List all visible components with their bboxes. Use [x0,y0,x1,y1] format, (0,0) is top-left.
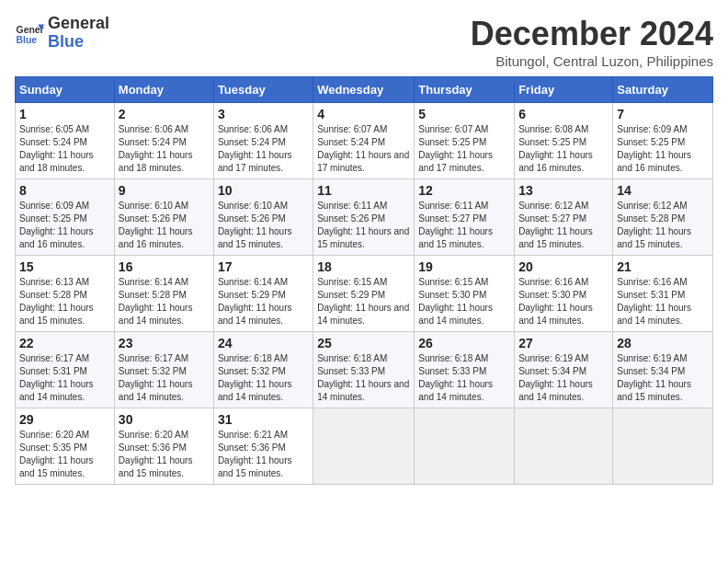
calendar-cell: 11Sunrise: 6:11 AM Sunset: 5:26 PM Dayli… [313,179,415,256]
day-number: 26 [418,336,510,350]
calendar-cell: 16Sunrise: 6:14 AM Sunset: 5:28 PM Dayli… [114,256,213,332]
calendar-cell: 28Sunrise: 6:19 AM Sunset: 5:34 PM Dayli… [613,332,713,408]
calendar-cell: 7Sunrise: 6:09 AM Sunset: 5:25 PM Daylig… [613,103,713,179]
calendar-cell: 17Sunrise: 6:14 AM Sunset: 5:29 PM Dayli… [213,256,313,332]
day-number: 23 [119,336,210,350]
day-number: 18 [317,259,410,274]
calendar-table: SundayMondayTuesdayWednesdayThursdayFrid… [15,76,713,485]
day-number: 25 [317,336,410,350]
column-header-monday: Monday [114,77,213,103]
calendar-cell [515,408,613,485]
calendar-week-row: 1Sunrise: 6:05 AM Sunset: 5:24 PM Daylig… [16,103,713,179]
logo: General Blue General Blue [15,15,109,52]
title-area: December 2024 Bitungol, Central Luzon, P… [471,15,713,69]
column-header-saturday: Saturday [613,77,713,103]
day-number: 19 [418,259,510,274]
calendar-cell: 15Sunrise: 6:13 AM Sunset: 5:28 PM Dayli… [16,256,115,332]
day-detail: Sunrise: 6:08 AM Sunset: 5:25 PM Dayligh… [518,123,609,175]
calendar-cell: 2Sunrise: 6:06 AM Sunset: 5:24 PM Daylig… [114,103,213,179]
calendar-title: December 2024 [471,15,713,53]
day-detail: Sunrise: 6:13 AM Sunset: 5:28 PM Dayligh… [19,276,110,327]
day-detail: Sunrise: 6:20 AM Sunset: 5:35 PM Dayligh… [19,429,110,480]
calendar-cell: 24Sunrise: 6:18 AM Sunset: 5:32 PM Dayli… [213,332,313,408]
calendar-cell: 22Sunrise: 6:17 AM Sunset: 5:31 PM Dayli… [16,332,115,408]
calendar-cell [313,408,415,485]
day-number: 10 [218,183,309,198]
calendar-cell: 10Sunrise: 6:10 AM Sunset: 5:26 PM Dayli… [213,179,313,256]
logo-text: General Blue [48,15,109,52]
calendar-week-row: 15Sunrise: 6:13 AM Sunset: 5:28 PM Dayli… [16,256,713,332]
day-number: 16 [119,259,210,274]
svg-text:Blue: Blue [17,35,38,45]
day-number: 12 [418,183,510,198]
day-number: 22 [19,336,110,350]
calendar-week-row: 22Sunrise: 6:17 AM Sunset: 5:31 PM Dayli… [16,332,713,408]
day-detail: Sunrise: 6:18 AM Sunset: 5:33 PM Dayligh… [317,352,410,404]
day-detail: Sunrise: 6:18 AM Sunset: 5:32 PM Dayligh… [218,352,309,404]
calendar-cell: 27Sunrise: 6:19 AM Sunset: 5:34 PM Dayli… [515,332,613,408]
day-number: 29 [19,412,110,427]
calendar-cell: 5Sunrise: 6:07 AM Sunset: 5:25 PM Daylig… [415,103,515,179]
day-detail: Sunrise: 6:15 AM Sunset: 5:29 PM Dayligh… [317,276,410,327]
day-detail: Sunrise: 6:09 AM Sunset: 5:25 PM Dayligh… [617,123,709,175]
calendar-cell: 3Sunrise: 6:06 AM Sunset: 5:24 PM Daylig… [213,103,313,179]
day-detail: Sunrise: 6:17 AM Sunset: 5:31 PM Dayligh… [19,352,110,404]
calendar-cell: 6Sunrise: 6:08 AM Sunset: 5:25 PM Daylig… [515,103,613,179]
calendar-cell: 19Sunrise: 6:15 AM Sunset: 5:30 PM Dayli… [415,256,515,332]
day-detail: Sunrise: 6:16 AM Sunset: 5:30 PM Dayligh… [518,276,609,327]
calendar-cell: 30Sunrise: 6:20 AM Sunset: 5:36 PM Dayli… [114,408,213,485]
column-header-sunday: Sunday [16,77,115,103]
day-detail: Sunrise: 6:11 AM Sunset: 5:27 PM Dayligh… [418,200,510,251]
calendar-cell: 4Sunrise: 6:07 AM Sunset: 5:24 PM Daylig… [313,103,415,179]
day-detail: Sunrise: 6:05 AM Sunset: 5:24 PM Dayligh… [19,123,110,175]
day-number: 9 [119,183,210,198]
day-number: 30 [119,412,210,427]
header: General Blue General Blue December 2024 … [15,15,713,69]
day-number: 24 [218,336,309,350]
day-detail: Sunrise: 6:12 AM Sunset: 5:27 PM Dayligh… [518,200,609,251]
day-number: 1 [19,107,110,121]
day-number: 17 [218,259,309,274]
day-number: 2 [119,107,210,121]
day-number: 8 [19,183,110,198]
day-detail: Sunrise: 6:16 AM Sunset: 5:31 PM Dayligh… [617,276,709,327]
day-number: 13 [518,183,609,198]
calendar-cell: 12Sunrise: 6:11 AM Sunset: 5:27 PM Dayli… [415,179,515,256]
calendar-body: 1Sunrise: 6:05 AM Sunset: 5:24 PM Daylig… [16,103,713,485]
day-detail: Sunrise: 6:12 AM Sunset: 5:28 PM Dayligh… [617,200,709,251]
day-detail: Sunrise: 6:20 AM Sunset: 5:36 PM Dayligh… [119,429,210,480]
day-number: 15 [19,259,110,274]
day-number: 7 [617,107,709,121]
calendar-cell: 13Sunrise: 6:12 AM Sunset: 5:27 PM Dayli… [515,179,613,256]
day-detail: Sunrise: 6:11 AM Sunset: 5:26 PM Dayligh… [317,200,410,251]
calendar-cell: 8Sunrise: 6:09 AM Sunset: 5:25 PM Daylig… [16,179,115,256]
day-number: 27 [518,336,609,350]
calendar-cell [415,408,515,485]
calendar-cell: 20Sunrise: 6:16 AM Sunset: 5:30 PM Dayli… [515,256,613,332]
day-detail: Sunrise: 6:17 AM Sunset: 5:32 PM Dayligh… [119,352,210,404]
day-detail: Sunrise: 6:21 AM Sunset: 5:36 PM Dayligh… [218,429,309,480]
day-detail: Sunrise: 6:10 AM Sunset: 5:26 PM Dayligh… [218,200,309,251]
day-detail: Sunrise: 6:19 AM Sunset: 5:34 PM Dayligh… [518,352,609,404]
calendar-cell: 31Sunrise: 6:21 AM Sunset: 5:36 PM Dayli… [213,408,313,485]
calendar-cell: 9Sunrise: 6:10 AM Sunset: 5:26 PM Daylig… [114,179,213,256]
calendar-cell [613,408,713,485]
calendar-cell: 29Sunrise: 6:20 AM Sunset: 5:35 PM Dayli… [16,408,115,485]
day-number: 6 [518,107,609,121]
day-detail: Sunrise: 6:07 AM Sunset: 5:25 PM Dayligh… [418,123,510,175]
day-number: 3 [218,107,309,121]
column-header-thursday: Thursday [415,77,515,103]
day-number: 20 [518,259,609,274]
calendar-cell: 25Sunrise: 6:18 AM Sunset: 5:33 PM Dayli… [313,332,415,408]
calendar-week-row: 8Sunrise: 6:09 AM Sunset: 5:25 PM Daylig… [16,179,713,256]
day-detail: Sunrise: 6:09 AM Sunset: 5:25 PM Dayligh… [19,200,110,251]
calendar-header-row: SundayMondayTuesdayWednesdayThursdayFrid… [16,77,713,103]
day-detail: Sunrise: 6:14 AM Sunset: 5:28 PM Dayligh… [119,276,210,327]
column-header-tuesday: Tuesday [213,77,313,103]
day-number: 5 [418,107,510,121]
day-number: 31 [218,412,309,427]
day-detail: Sunrise: 6:06 AM Sunset: 5:24 PM Dayligh… [218,123,309,175]
calendar-cell: 26Sunrise: 6:18 AM Sunset: 5:33 PM Dayli… [415,332,515,408]
calendar-cell: 1Sunrise: 6:05 AM Sunset: 5:24 PM Daylig… [16,103,115,179]
logo-icon: General Blue [15,18,44,48]
